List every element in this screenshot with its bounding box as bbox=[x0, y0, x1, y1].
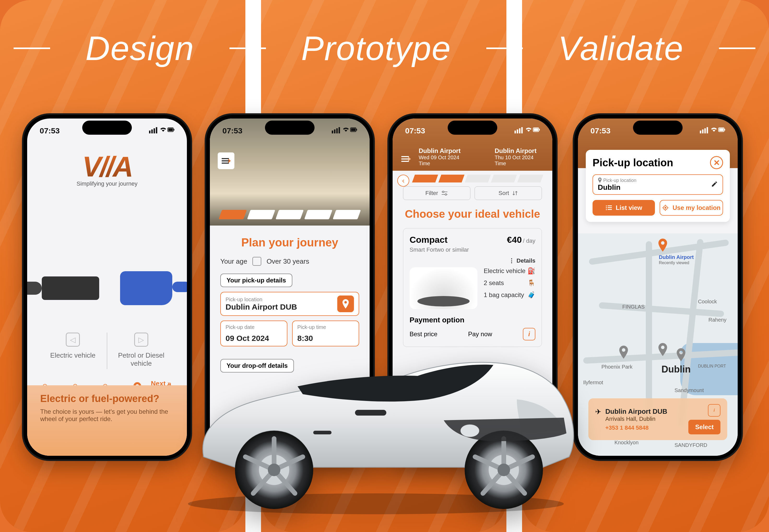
select-button[interactable]: Select bbox=[688, 420, 720, 434]
status-time: 07:53 bbox=[40, 126, 60, 135]
price-suffix: / day bbox=[523, 238, 535, 244]
sort-button[interactable]: Sort bbox=[475, 186, 542, 200]
age-value: Over 30 years bbox=[267, 257, 309, 265]
svg-point-38 bbox=[606, 205, 607, 206]
svg-point-68 bbox=[498, 464, 510, 476]
fuel-pump-icon bbox=[120, 271, 172, 305]
pickup-search-field[interactable]: Pick-up location Dublin bbox=[593, 174, 723, 195]
edit-icon[interactable] bbox=[711, 181, 718, 188]
step-progress bbox=[413, 175, 542, 182]
card-name: Dublin Airport DUB bbox=[605, 407, 667, 416]
rule bbox=[14, 48, 50, 49]
pickup-location-field[interactable]: Pick-up location Dublin Airport DUB bbox=[220, 292, 359, 316]
step-progress bbox=[220, 210, 359, 219]
map[interactable]: Dublin Airport Recently viewed FINGLAS C… bbox=[578, 233, 738, 456]
logo: V//A bbox=[27, 150, 187, 183]
svg-rect-5 bbox=[168, 128, 173, 131]
map-label: Raheny bbox=[708, 317, 726, 323]
list-view-button[interactable]: List view bbox=[593, 200, 655, 216]
arrow-right-icon[interactable]: ▷ bbox=[134, 333, 148, 347]
spec-label: 1 bag capacity bbox=[484, 291, 524, 299]
filter-button[interactable]: Filter bbox=[403, 186, 470, 200]
map-pin[interactable] bbox=[675, 348, 688, 361]
page-title: Plan your journey bbox=[210, 236, 370, 249]
notch bbox=[82, 121, 132, 135]
info-button[interactable]: i bbox=[708, 404, 720, 417]
sliders-icon bbox=[441, 191, 448, 196]
vehicle-name: Compact bbox=[410, 235, 447, 245]
map-label: SANDYFORD bbox=[675, 442, 707, 448]
svg-point-28 bbox=[442, 191, 444, 193]
back-button[interactable]: ‹ bbox=[397, 175, 409, 187]
svg-rect-18 bbox=[517, 129, 518, 133]
svg-rect-0 bbox=[149, 131, 150, 133]
close-button[interactable]: ✕ bbox=[710, 156, 723, 169]
use-location-button[interactable]: Use my location bbox=[660, 200, 723, 216]
svg-rect-9 bbox=[336, 128, 338, 134]
footer-body: The choice is yours — let's get you behi… bbox=[40, 408, 174, 423]
svg-point-40 bbox=[606, 207, 607, 208]
map-label: Knocklyon bbox=[614, 440, 638, 446]
svg-rect-10 bbox=[339, 127, 340, 133]
step-chip bbox=[438, 175, 464, 182]
trip-to-date: Thu 10 Oct 2024 bbox=[495, 155, 534, 160]
onboarding-footer: Electric or fuel-powered? The choice is … bbox=[27, 385, 187, 456]
svg-rect-36 bbox=[719, 128, 723, 131]
age-checkbox[interactable] bbox=[252, 257, 261, 266]
filter-label: Filter bbox=[425, 190, 438, 197]
step-chip bbox=[304, 210, 332, 219]
price-value: €40 bbox=[507, 235, 522, 245]
status-time: 07:53 bbox=[590, 126, 611, 135]
details-link[interactable]: ⋮ Details bbox=[410, 257, 535, 264]
svg-rect-41 bbox=[608, 207, 612, 208]
rule bbox=[229, 48, 266, 49]
search-panel: Pick-up location ✕ Pick-up location Dubl… bbox=[586, 150, 730, 222]
spec-list: Electric vehicle⛽ 2 seats🪑 1 bag capacit… bbox=[484, 267, 535, 309]
notch bbox=[633, 121, 683, 135]
choice-fuel[interactable]: ▷ Petrol or Diesel vehicle bbox=[107, 333, 175, 369]
step-chip bbox=[218, 210, 247, 219]
choice-ev[interactable]: ◁ Electric vehicle bbox=[39, 333, 107, 369]
svg-point-42 bbox=[606, 209, 607, 210]
spec-row: 2 seats🪑 bbox=[484, 279, 535, 287]
age-label: Your age bbox=[220, 257, 247, 265]
menu-icon bbox=[221, 157, 231, 165]
phone-pickup-location: 07:53 Pick-up location ✕ bbox=[574, 115, 741, 459]
svg-rect-19 bbox=[519, 128, 520, 134]
trip-to[interactable]: Dublin Airport Thu 10 Oct 2024 Time bbox=[476, 147, 545, 167]
svg-rect-13 bbox=[356, 129, 357, 131]
card-phone[interactable]: +353 1 844 5848 bbox=[605, 424, 667, 431]
hero-car-illustration bbox=[167, 321, 585, 517]
svg-rect-37 bbox=[724, 129, 725, 131]
menu-button[interactable] bbox=[399, 152, 412, 165]
svg-rect-17 bbox=[514, 131, 516, 133]
svg-rect-33 bbox=[704, 128, 706, 134]
footer-title: Electric or fuel-powered? bbox=[40, 393, 174, 404]
spec-row: 1 bag capacity🧳 bbox=[484, 291, 535, 299]
marketing-hero: Design Prototype Validate 07:53 V//A Sim… bbox=[0, 0, 769, 532]
svg-rect-39 bbox=[608, 205, 612, 206]
arrow-left-icon[interactable]: ◁ bbox=[66, 333, 80, 347]
fuel-illustration bbox=[27, 249, 187, 327]
location-pin-button[interactable] bbox=[337, 295, 354, 312]
pin-icon bbox=[598, 178, 602, 183]
status-time: 07:53 bbox=[405, 126, 425, 135]
page-title: Choose your ideal vehicle bbox=[393, 208, 552, 220]
field-label: Pick-up location bbox=[226, 297, 297, 303]
trip-to-time-label: Time bbox=[495, 161, 506, 166]
map-label: Coolock bbox=[698, 299, 717, 305]
map-pin[interactable] bbox=[617, 346, 630, 359]
svg-rect-8 bbox=[334, 129, 335, 133]
menu-button[interactable] bbox=[218, 152, 234, 169]
word-validate: Validate bbox=[550, 29, 691, 68]
svg-point-69 bbox=[460, 424, 479, 437]
svg-rect-51 bbox=[355, 410, 386, 416]
spec-label: 2 seats bbox=[484, 279, 504, 287]
map-pin[interactable] bbox=[656, 343, 669, 356]
map-label: Ilyfermot bbox=[583, 380, 603, 386]
header-words: Design Prototype Validate bbox=[0, 29, 769, 68]
rule bbox=[486, 48, 523, 49]
choice-fuel-label: Petrol or Diesel vehicle bbox=[113, 351, 170, 368]
map-pin-airport[interactable] bbox=[656, 239, 669, 252]
list-view-label: List view bbox=[616, 204, 642, 211]
